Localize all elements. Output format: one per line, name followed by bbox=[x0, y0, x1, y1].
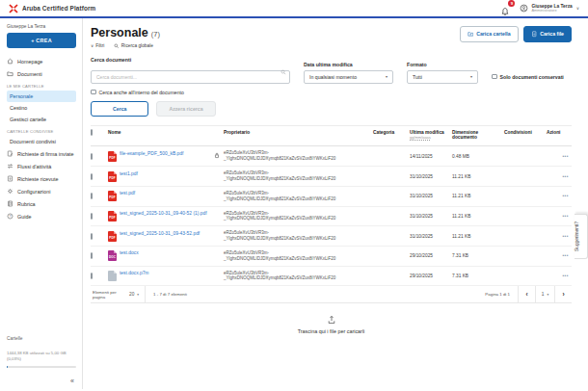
row-checkbox[interactable] bbox=[91, 213, 93, 220]
per-page-select[interactable]: 20 ▾ bbox=[123, 286, 146, 302]
sidebar-item-cestino[interactable]: Cestino bbox=[7, 102, 76, 114]
search-input[interactable] bbox=[91, 70, 290, 84]
row-actions-button[interactable]: ••• bbox=[562, 154, 569, 159]
search-label: Cerca documenti bbox=[91, 57, 290, 63]
table-row[interactable]: DOC test.docx eRZo5uleXvU3bVR3m-_YlghxDN… bbox=[91, 247, 572, 267]
table-row[interactable]: test.docx.p7m eRZo5uleXvU3bVR3m-_YlghxDN… bbox=[91, 267, 572, 287]
filters-row: Cerca documenti Data ultima modifica In … bbox=[91, 57, 572, 84]
sidebar-item-richieste-di-firma-inviate[interactable]: Richieste di firma inviate bbox=[7, 147, 76, 160]
storage-progressbar bbox=[7, 366, 76, 368]
sidebar-item-gestisci-cartelle[interactable]: Gestisci cartelle bbox=[7, 114, 76, 125]
row-actions-button[interactable]: ••• bbox=[562, 234, 569, 239]
nav-label: Documenti bbox=[17, 71, 42, 77]
last-modified-cell: 31/10/2025 bbox=[410, 214, 448, 219]
sidebar-item-documenti-condivisi[interactable]: Documenti condivisi bbox=[7, 136, 76, 147]
brand[interactable]: Aruba Certified Platform bbox=[9, 4, 95, 13]
storage-usage-text: 1444,38 KB utilizzati su 5,00 GB (0,03%) bbox=[7, 351, 68, 362]
page-select[interactable]: 1 ▾ bbox=[535, 286, 554, 302]
next-page-button[interactable]: › bbox=[554, 286, 572, 302]
file-dropzone[interactable]: Trascina qui i file per caricarli bbox=[91, 315, 572, 334]
size-cell: 11.21 KB bbox=[452, 234, 500, 239]
table-row[interactable]: PDF test_signed_2025-10-31_09-40-52 (1).… bbox=[91, 207, 572, 227]
table-row[interactable]: PDF test_signed_2025-10-31_09-43-52.pdf … bbox=[91, 226, 572, 247]
owner-cell: eRZo5uleXvU3bVR3m-_YlghxDNOQMLIDJDXymqb8… bbox=[224, 191, 369, 202]
col-shares[interactable]: Condivisioni bbox=[504, 130, 543, 136]
upload-file-button[interactable]: Carica file bbox=[523, 26, 572, 42]
chevron-down-icon: ∨ bbox=[91, 43, 94, 48]
file-name-link[interactable]: file-example_PDF_500_kB.pdf bbox=[120, 151, 183, 157]
col-owner[interactable]: Proprietario bbox=[224, 130, 369, 136]
format-filter-select[interactable]: Tutti ▾ bbox=[407, 70, 478, 84]
owner-cell: eRZo5uleXvU3bVR3m-_YlghxDNOQMLIDJDXymqb8… bbox=[224, 271, 369, 282]
col-last-modified[interactable]: Ultima modifica gg/mm/aaaa bbox=[410, 130, 448, 142]
sidebar-item-flussi-d-attivit[interactable]: Flussi d'attività bbox=[7, 160, 76, 172]
table-row[interactable]: PDF test.pdf eRZo5uleXvU3bVR3m-_YlghxDNO… bbox=[91, 187, 572, 207]
row-actions-button[interactable]: ••• bbox=[562, 174, 569, 179]
topbar-right: 9 Giuseppe La Terza Amministratore ∨ bbox=[500, 3, 579, 13]
filters-toggle[interactable]: ∨ Filtri bbox=[91, 43, 104, 49]
user-menu[interactable]: Giuseppe La Terza Amministratore ∨ bbox=[520, 4, 579, 13]
storage-title: Cartelle bbox=[7, 336, 76, 341]
file-name-link[interactable]: test_signed_2025-10-31_09-40-52 (1).pdf bbox=[120, 211, 207, 217]
results-range: 1 - 7 di 7 elementi bbox=[146, 286, 193, 302]
col-name[interactable]: Nome bbox=[108, 130, 220, 136]
search-buttons-row: Cerca Azzera ricerca bbox=[91, 101, 572, 117]
body-row: Giuseppe La Terza + CREA HomepageDocumen… bbox=[0, 18, 588, 389]
collapse-sidebar-button[interactable]: « bbox=[7, 378, 76, 384]
row-actions-button[interactable]: ••• bbox=[562, 194, 569, 198]
file-name-cell: PDF test_signed_2025-10-31_09-43-52.pdf bbox=[108, 231, 220, 242]
row-actions-button[interactable]: ••• bbox=[562, 253, 569, 258]
sidebar-item-configurazioni[interactable]: Configurazioni bbox=[7, 185, 76, 197]
row-checkbox[interactable] bbox=[91, 193, 93, 199]
folder-title: Personale bbox=[91, 26, 148, 39]
prev-page-button[interactable]: ‹ bbox=[518, 286, 535, 302]
notification-badge: 9 bbox=[508, 0, 515, 7]
global-search-toggle[interactable]: Ricerca globale bbox=[114, 43, 153, 49]
owner-cell: eRZo5uleXvU3bVR3m-_YlghxDNOQMLIDJDXymqb8… bbox=[224, 230, 369, 242]
file-name-link[interactable]: test.docx.p7m bbox=[120, 271, 148, 276]
sidebar-item-documenti[interactable]: Documenti bbox=[7, 67, 76, 80]
create-button[interactable]: + CREA bbox=[7, 33, 76, 48]
reset-search-button[interactable]: Azzera ricerca bbox=[156, 101, 215, 117]
view-toggles: ∨ Filtri Ricerca globale bbox=[91, 43, 160, 49]
notifications-button[interactable]: 9 bbox=[500, 3, 511, 13]
search-inside-checkbox[interactable]: Cerca anche all'interno del documento bbox=[91, 90, 572, 95]
row-checkbox[interactable] bbox=[91, 273, 93, 279]
chevron-down-icon: ▾ bbox=[386, 74, 388, 79]
search-button[interactable]: Cerca bbox=[91, 101, 148, 117]
sidebar-item-guide[interactable]: ?Guide bbox=[7, 210, 76, 222]
upload-folder-button[interactable]: Carica cartella bbox=[460, 26, 519, 42]
row-checkbox[interactable] bbox=[91, 252, 93, 259]
conserved-documents-checkbox[interactable]: Solo documenti conservati bbox=[492, 74, 564, 84]
table-body: PDF file-example_PDF_500_kB.pdf eRZo5ule… bbox=[91, 146, 572, 286]
date-filter-select[interactable]: In qualsiasi momento ▾ bbox=[304, 70, 393, 84]
sidebar-item-homepage[interactable]: Homepage bbox=[7, 55, 76, 67]
feedback-tab[interactable]: Suggerimenti? bbox=[575, 214, 588, 259]
row-actions-button[interactable]: ••• bbox=[562, 214, 569, 219]
sidebar-item-personale[interactable]: Personale bbox=[7, 91, 76, 102]
file-name-link[interactable]: test.docx bbox=[120, 250, 139, 256]
last-modified-cell: 31/10/2025 bbox=[410, 194, 448, 198]
format-filter-group: Formato Tutti ▾ bbox=[407, 62, 478, 84]
table-row[interactable]: PDF test1.pdf eRZo5uleXvU3bVR3m-_YlghxDN… bbox=[91, 167, 572, 187]
file-name-link[interactable]: test.pdf bbox=[120, 191, 135, 196]
col-category[interactable]: Categoria bbox=[373, 130, 406, 136]
nav-label: Richieste ricevute bbox=[17, 176, 59, 182]
page-info: Pagina 1 di 1 bbox=[479, 286, 518, 302]
file-name-link[interactable]: test1.pdf bbox=[120, 171, 138, 177]
sidebar: Giuseppe La Terza + CREA HomepageDocumen… bbox=[0, 18, 83, 389]
table-row[interactable]: PDF file-example_PDF_500_kB.pdf eRZo5ule… bbox=[91, 146, 572, 167]
date-filter-label: Data ultima modifica bbox=[304, 62, 393, 67]
row-actions-button[interactable]: ••• bbox=[562, 274, 569, 278]
sidebar-item-richieste-ricevute[interactable]: Richieste ricevute bbox=[7, 172, 76, 185]
col-size[interactable]: Dimensione documento bbox=[452, 130, 500, 142]
sidebar-item-rubrica[interactable]: Rubrica bbox=[7, 197, 76, 210]
file-name-cell: PDF test.pdf bbox=[108, 191, 220, 201]
row-checkbox[interactable] bbox=[91, 233, 93, 240]
owner-cell: eRZo5uleXvU3bVR3m-_YlghxDNOQMLIDJDXymqb8… bbox=[224, 150, 369, 162]
select-all-checkbox[interactable] bbox=[91, 129, 93, 136]
row-checkbox[interactable] bbox=[91, 153, 93, 160]
file-name-link[interactable]: test_signed_2025-10-31_09-43-52.pdf bbox=[120, 231, 200, 237]
row-checkbox[interactable] bbox=[91, 173, 93, 180]
nav-label: Richieste di firma inviate bbox=[17, 151, 73, 157]
